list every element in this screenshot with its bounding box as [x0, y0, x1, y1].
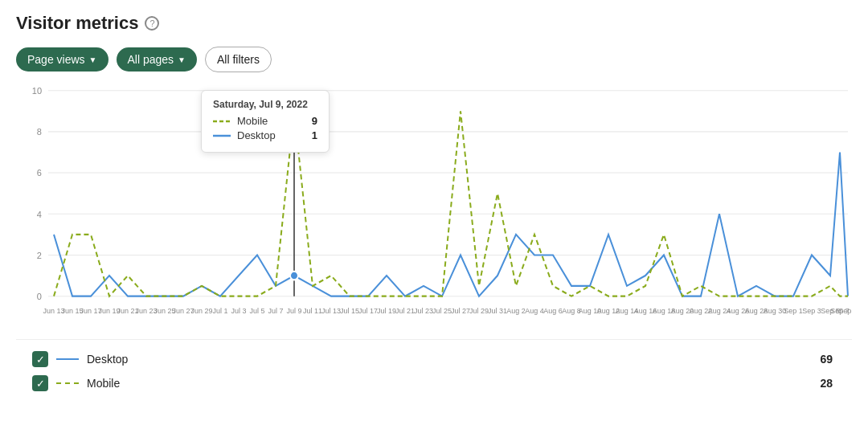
all-pages-chevron-icon: ▼	[178, 55, 186, 64]
svg-text:Aug 4: Aug 4	[525, 307, 544, 315]
mobile-line-icon	[56, 382, 79, 384]
page-views-chevron-icon: ▼	[89, 55, 97, 64]
svg-text:Aug 30: Aug 30	[764, 307, 787, 315]
svg-point-58	[290, 272, 298, 280]
page-views-button[interactable]: Page views ▼	[16, 47, 108, 72]
legend-mobile-row: ✓ Mobile 28	[32, 375, 836, 391]
mobile-legend-label: Mobile	[87, 377, 812, 390]
svg-text:Jul 13: Jul 13	[321, 307, 341, 315]
all-filters-button[interactable]: All filters	[205, 47, 272, 72]
tooltip-desktop-line-icon	[213, 133, 231, 139]
svg-text:Jul 1: Jul 1	[213, 307, 228, 315]
svg-text:10: 10	[32, 86, 42, 96]
page-views-label: Page views	[27, 53, 85, 66]
all-pages-button[interactable]: All pages ▼	[117, 47, 198, 72]
svg-text:Jul 9: Jul 9	[287, 307, 302, 315]
legend: ✓ Desktop 69 ✓ Mobile 28	[16, 343, 852, 399]
svg-text:Jul 17: Jul 17	[358, 307, 378, 315]
tooltip-date: Saturday, Jul 9, 2022	[213, 99, 317, 110]
svg-text:Aug 6: Aug 6	[543, 307, 563, 315]
help-icon-label: ?	[149, 18, 154, 28]
desktop-legend-label: Desktop	[87, 353, 812, 366]
svg-text:Jul 15: Jul 15	[340, 307, 359, 315]
divider	[16, 339, 852, 340]
svg-text:Jul 25: Jul 25	[432, 307, 452, 315]
svg-text:Jul 3: Jul 3	[231, 307, 247, 315]
svg-text:Jul 11: Jul 11	[303, 307, 322, 315]
tooltip-mobile-row: Mobile 9	[213, 115, 317, 127]
help-icon[interactable]: ?	[145, 16, 159, 31]
chart-svg: 10 8 6 4 2 0 Jun 13 Jun 15 Jun 17 Jun 19…	[16, 82, 852, 339]
tooltip-mobile-label: Mobile	[237, 115, 305, 127]
chart-tooltip: Saturday, Jul 9, 2022 Mobile 9 Desktop 1	[201, 90, 330, 153]
svg-text:2: 2	[37, 250, 42, 260]
svg-text:6: 6	[37, 168, 42, 178]
toolbar: Page views ▼ All pages ▼ All filters	[16, 47, 852, 72]
all-filters-label: All filters	[217, 53, 260, 66]
all-pages-label: All pages	[128, 53, 174, 66]
svg-text:Jul 27: Jul 27	[451, 307, 470, 315]
mobile-check-icon[interactable]: ✓	[32, 375, 48, 391]
svg-text:Jul 31: Jul 31	[488, 307, 507, 315]
svg-text:8: 8	[37, 127, 42, 137]
svg-text:Jul 19: Jul 19	[377, 307, 396, 315]
svg-text:Jul 23: Jul 23	[414, 307, 433, 315]
mobile-legend-count: 28	[820, 377, 836, 390]
legend-desktop-row: ✓ Desktop 69	[32, 351, 836, 367]
page-title: Visitor metrics	[16, 13, 138, 34]
tooltip-mobile-line-icon	[213, 118, 231, 125]
svg-text:4: 4	[37, 209, 42, 219]
svg-text:0: 0	[37, 292, 42, 301]
svg-text:Sep 9: Sep 9	[838, 307, 852, 315]
chart-area: 10 8 6 4 2 0 Jun 13 Jun 15 Jun 17 Jun 19…	[16, 82, 852, 339]
svg-text:Jul 7: Jul 7	[268, 307, 284, 315]
svg-text:Sep 1: Sep 1	[784, 307, 803, 315]
svg-text:Aug 2: Aug 2	[506, 307, 526, 315]
svg-text:Jul 21: Jul 21	[395, 307, 415, 315]
svg-text:Jul 29: Jul 29	[469, 307, 489, 315]
svg-text:Sep 3: Sep 3	[802, 307, 821, 315]
svg-text:Jul 5: Jul 5	[250, 307, 265, 315]
desktop-check-icon[interactable]: ✓	[32, 351, 48, 367]
svg-text:Jun 29: Jun 29	[190, 307, 212, 315]
tooltip-desktop-value: 1	[312, 129, 317, 141]
tooltip-desktop-label: Desktop	[237, 129, 305, 141]
desktop-legend-count: 69	[820, 353, 836, 366]
desktop-line-icon	[56, 358, 79, 360]
tooltip-desktop-row: Desktop 1	[213, 129, 317, 141]
tooltip-mobile-value: 9	[312, 115, 317, 127]
